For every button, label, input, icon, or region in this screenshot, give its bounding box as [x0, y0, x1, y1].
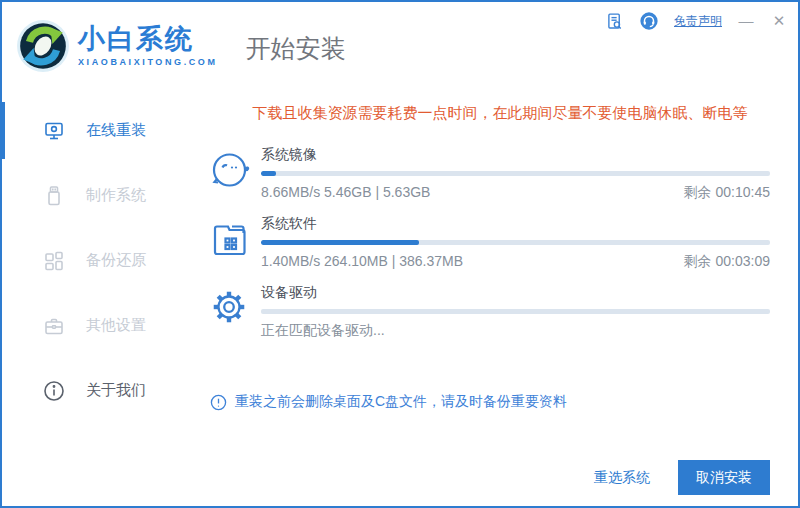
minimize-button[interactable]: —	[737, 11, 755, 31]
main-content: 下载且收集资源需要耗费一点时间，在此期间尽量不要使电脑休眠、断电等 系统镜像	[202, 90, 798, 506]
task-row-system-software: 系统软件 1.40MB/s 264.10MB | 386.37MB 剩余 00:…	[208, 215, 770, 271]
support-headset-icon[interactable]	[639, 11, 659, 31]
sidebar: 在线重装 制作系统 备份还原	[2, 90, 202, 506]
task-row-system-image: 系统镜像 8.66MB/s 5.46GB | 5.63GB 剩余 00:10:4…	[208, 146, 770, 202]
app-window: 小白系统 XIAOBAIXITONG.COM 开始安装 免责声明	[0, 0, 800, 508]
folder-apps-icon	[208, 215, 252, 271]
close-button[interactable]: ✕	[770, 11, 788, 31]
sidebar-item-label: 备份还原	[86, 251, 146, 270]
mascot-face-icon	[208, 146, 252, 202]
toolbox-icon	[42, 314, 66, 338]
task-stats: 1.40MB/s 264.10MB | 386.37MB	[261, 253, 463, 271]
sidebar-item-backup-restore[interactable]: 备份还原	[2, 228, 202, 293]
task-remaining: 剩余 00:03:09	[684, 253, 770, 271]
reselect-system-button[interactable]: 重选系统	[594, 469, 650, 487]
task-title: 系统软件	[261, 215, 770, 233]
warning-text: 下载且收集资源需要耗费一点时间，在此期间尽量不要使电脑休眠、断电等	[202, 104, 798, 123]
titlebar-controls: 免责声明 — ✕	[604, 11, 788, 31]
task-title: 系统镜像	[261, 146, 770, 164]
document-search-icon[interactable]	[604, 11, 624, 31]
progress-bar	[261, 309, 770, 314]
progress-bar	[261, 240, 770, 245]
cancel-install-button[interactable]: 取消安装	[678, 460, 770, 495]
brand-name: 小白系统	[78, 25, 218, 53]
progress-bar	[261, 171, 770, 176]
brand-domain: XIAOBAIXITONG.COM	[78, 57, 218, 67]
backup-note-text: 重装之前会删除桌面及C盘文件，请及时备份重要资料	[235, 393, 567, 411]
task-title: 设备驱动	[261, 284, 770, 302]
task-remaining: 剩余 00:10:45	[684, 184, 770, 202]
blocks-icon	[42, 249, 66, 273]
disclaimer-link[interactable]: 免责声明	[674, 13, 722, 30]
gear-icon	[208, 284, 252, 340]
task-list: 系统镜像 8.66MB/s 5.46GB | 5.63GB 剩余 00:10:4…	[208, 146, 770, 353]
page-title: 开始安装	[246, 32, 346, 65]
usb-icon	[42, 184, 66, 208]
exclamation-circle-icon	[210, 394, 227, 411]
footer-actions: 重选系统 取消安装	[594, 460, 770, 495]
sidebar-item-make-system[interactable]: 制作系统	[2, 163, 202, 228]
sidebar-item-label: 其他设置	[86, 316, 146, 335]
sidebar-item-online-reinstall[interactable]: 在线重装	[2, 98, 202, 163]
monitor-icon	[42, 119, 66, 143]
sidebar-item-label: 在线重装	[86, 121, 146, 140]
progress-fill	[261, 240, 419, 245]
task-stats: 正在匹配设备驱动...	[261, 322, 385, 340]
app-logo-icon	[16, 19, 70, 73]
backup-note: 重装之前会删除桌面及C盘文件，请及时备份重要资料	[210, 393, 567, 411]
brand-block: 小白系统 XIAOBAIXITONG.COM	[78, 25, 218, 67]
sidebar-item-label: 制作系统	[86, 186, 146, 205]
task-row-device-driver: 设备驱动 正在匹配设备驱动...	[208, 284, 770, 340]
progress-fill	[261, 171, 276, 176]
sidebar-item-label: 关于我们	[86, 381, 146, 400]
task-stats: 8.66MB/s 5.46GB | 5.63GB	[261, 184, 430, 202]
sidebar-item-other-settings[interactable]: 其他设置	[2, 293, 202, 358]
info-icon	[42, 379, 66, 403]
sidebar-item-about-us[interactable]: 关于我们	[2, 358, 202, 423]
